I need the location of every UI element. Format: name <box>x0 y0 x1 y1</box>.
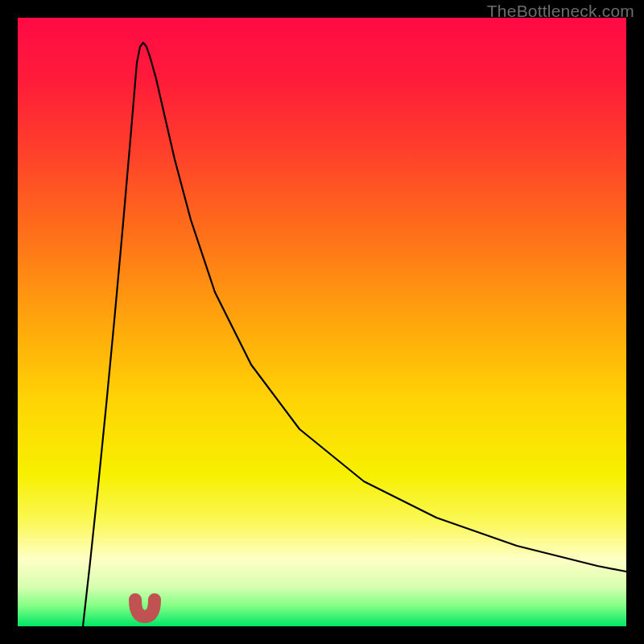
plot-area <box>18 18 626 626</box>
watermark-text: TheBottleneck.com <box>487 2 634 21</box>
outer-black-frame: TheBottleneck.com <box>0 0 644 644</box>
bottleneck-curve <box>18 18 626 626</box>
